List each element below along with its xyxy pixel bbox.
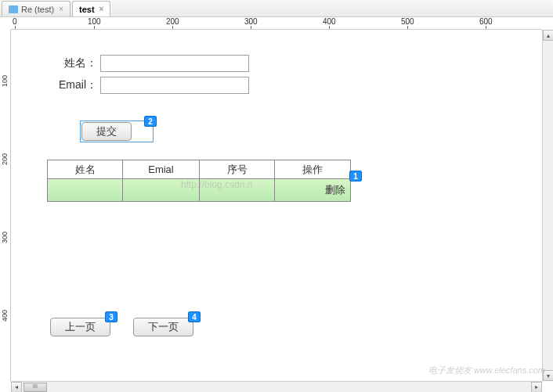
data-table[interactable]: 姓名 Emial 序号 操作 删除 http://blog.csdn.n bbox=[47, 160, 351, 202]
next-button[interactable]: 下一页 bbox=[133, 318, 193, 336]
table-header-row: 姓名 Emial 序号 操作 bbox=[48, 160, 350, 179]
email-label: Email： bbox=[53, 78, 97, 92]
name-label: 姓名： bbox=[53, 56, 97, 70]
ruler-horizontal: 0 100 200 300 400 500 600 bbox=[11, 17, 542, 30]
tab-label: Re (test) bbox=[21, 5, 54, 14]
horizontal-scrollbar[interactable]: ◂ III ▸ bbox=[11, 381, 542, 392]
order-badge-1[interactable]: 1 bbox=[349, 171, 362, 182]
watermark-url: http://blog.csdn.n bbox=[181, 179, 252, 190]
scroll-left-icon[interactable]: ◂ bbox=[11, 382, 22, 393]
name-input[interactable] bbox=[100, 55, 249, 72]
delete-link[interactable]: 删除 bbox=[275, 179, 350, 201]
tab-bar: Re (test) × test × bbox=[0, 0, 553, 17]
order-badge-3[interactable]: 3 bbox=[105, 311, 117, 322]
close-icon[interactable]: × bbox=[99, 5, 104, 13]
tab-re-test[interactable]: Re (test) × bbox=[2, 1, 70, 16]
design-canvas[interactable]: 姓名： Email： 提交 2 姓名 Emial 序号 操作 删除 http:/… bbox=[11, 30, 542, 381]
col-header-email: Emial bbox=[123, 160, 200, 179]
form-icon bbox=[9, 5, 18, 13]
email-input[interactable] bbox=[100, 77, 249, 94]
scroll-right-icon[interactable]: ▸ bbox=[531, 382, 542, 393]
scroll-up-icon[interactable]: ▴ bbox=[543, 30, 553, 41]
close-icon[interactable]: × bbox=[59, 5, 63, 13]
submit-button[interactable]: 提交 bbox=[81, 122, 132, 141]
form-row-email: Email： bbox=[53, 77, 249, 94]
col-header-index: 序号 bbox=[200, 160, 275, 179]
tab-label: test bbox=[79, 5, 95, 14]
form-row-name: 姓名： bbox=[53, 55, 249, 72]
col-header-action: 操作 bbox=[275, 160, 350, 179]
order-badge-2[interactable]: 2 bbox=[144, 116, 157, 127]
cell-name bbox=[48, 179, 123, 201]
prev-button[interactable]: 上一页 bbox=[50, 318, 110, 336]
tab-test[interactable]: test × bbox=[72, 1, 110, 16]
ruler-vertical: 100 200 300 400 bbox=[0, 30, 11, 381]
col-header-name: 姓名 bbox=[48, 160, 123, 179]
order-badge-4[interactable]: 4 bbox=[188, 311, 201, 322]
watermark-logo: 电子发烧友 www.elecfans.com bbox=[428, 365, 545, 376]
vertical-scrollbar[interactable]: ▴ ▾ bbox=[542, 30, 553, 381]
scroll-thumb[interactable]: III bbox=[23, 383, 47, 392]
